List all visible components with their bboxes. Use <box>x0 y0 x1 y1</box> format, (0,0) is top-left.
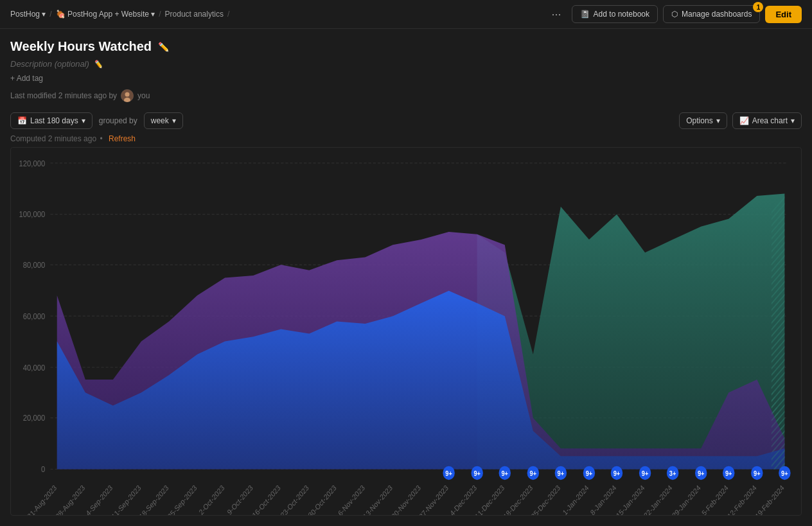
add-tag-button[interactable]: + Add tag <box>10 74 43 83</box>
title-edit-button[interactable]: ✏️ <box>157 40 170 53</box>
x-label-19: 1-Jan-2024 <box>561 484 590 515</box>
computed-text: Computed 2 minutes ago <box>10 134 96 143</box>
badge-group-20: 9+ <box>611 466 622 480</box>
date-range-button[interactable]: 📅 Last 180 days ▾ <box>10 112 93 129</box>
breadcrumb-posthog[interactable]: PostHog ▾ <box>10 10 46 19</box>
badge-group-25: 9+ <box>751 466 763 480</box>
badge-group-24: 9+ <box>723 466 734 480</box>
svg-text:9+: 9+ <box>473 470 481 478</box>
area-chart-icon: 📈 <box>739 116 749 125</box>
svg-point-1 <box>125 92 130 97</box>
svg-text:9+: 9+ <box>558 470 565 478</box>
x-label-9: 23-Oct-2023 <box>279 484 310 515</box>
badge-group-26: 9+ <box>779 466 790 480</box>
chart-container: 0 20,000 40,000 60,000 80,000 100,000 12… <box>10 147 802 516</box>
x-label-11: 6-Nov-2023 <box>337 484 366 515</box>
breadcrumb-sep-3: / <box>227 10 229 19</box>
manage-dashboards-button[interactable]: 1 ⬡ Manage dashboards <box>663 5 760 23</box>
x-label-24: 5-Feb-2024 <box>700 484 729 515</box>
add-to-notebook-button[interactable]: 📓 Add to notebook <box>572 5 658 23</box>
chevron-down-icon-4: ▾ <box>791 116 795 125</box>
svg-text:60,000: 60,000 <box>23 311 46 321</box>
svg-text:9+: 9+ <box>586 470 593 478</box>
badge-group-21: 9+ <box>639 466 651 480</box>
edit-button[interactable]: Edit <box>765 6 802 23</box>
x-label-8: 16-Oct-2023 <box>251 484 281 515</box>
last-modified: Last modified 2 minutes ago by you <box>10 89 802 102</box>
svg-text:40,000: 40,000 <box>23 363 46 373</box>
group-by-button[interactable]: week ▾ <box>144 112 183 129</box>
svg-text:120,000: 120,000 <box>19 159 46 168</box>
breadcrumb-app[interactable]: 🍖 PostHog App + Website ▾ <box>56 10 155 19</box>
add-to-notebook-label: Add to notebook <box>594 10 649 19</box>
header-actions: ··· 📓 Add to notebook 1 ⬡ Manage dashboa… <box>547 5 802 23</box>
chart-controls: 📅 Last 180 days ▾ grouped by week ▾ Opti… <box>10 112 802 129</box>
x-label-12: 13-Nov-2023 <box>362 484 394 515</box>
chevron-down-icon: ▾ <box>82 116 85 125</box>
svg-text:9+: 9+ <box>501 470 508 478</box>
svg-text:9+: 9+ <box>698 470 705 478</box>
svg-text:9+: 9+ <box>754 470 761 478</box>
computed-row: Computed 2 minutes ago • Refresh <box>10 134 802 143</box>
avatar <box>121 89 134 102</box>
three-dots-button[interactable]: ··· <box>547 6 567 22</box>
x-label-25: 12-Feb-2024 <box>726 484 757 515</box>
chevron-down-icon-2: ▾ <box>172 116 176 125</box>
x-label-15: 4-Dec-2023 <box>448 484 478 515</box>
svg-text:3+: 3+ <box>669 470 676 478</box>
refresh-button[interactable]: Refresh <box>109 134 136 143</box>
badge-group-16: 9+ <box>499 466 511 480</box>
dashboard-icon: ⬡ <box>671 10 678 19</box>
description-text: Description (optional) <box>10 59 89 69</box>
manage-badge: 1 <box>753 2 763 12</box>
x-label-20: 8-Jan-2024 <box>589 484 617 515</box>
description-edit-icon[interactable]: ✏️ <box>93 60 103 69</box>
notebook-icon: 📓 <box>580 10 590 19</box>
chart-svg: 0 20,000 40,000 60,000 80,000 100,000 12… <box>11 148 801 515</box>
group-by-value: week <box>151 116 169 125</box>
x-label-1: 28-Aug-2023 <box>54 484 86 515</box>
breadcrumb-analytics: Product analytics <box>165 10 224 19</box>
options-button[interactable]: Options ▾ <box>679 112 727 129</box>
svg-text:20,000: 20,000 <box>23 414 46 423</box>
x-label-3: 11-Sep-2023 <box>110 484 143 515</box>
date-range-label: Last 180 days <box>30 116 78 125</box>
svg-text:100,000: 100,000 <box>19 210 46 220</box>
badge-group-15: 9+ <box>471 466 482 480</box>
x-label-4: 18-Sep-2023 <box>138 484 170 515</box>
svg-text:9+: 9+ <box>781 470 788 478</box>
svg-text:80,000: 80,000 <box>23 260 46 270</box>
x-label-21: 15-Jan-2024 <box>615 484 646 515</box>
x-label-22: 22-Jan-2024 <box>642 484 674 515</box>
x-label-13: 20-Nov-2023 <box>390 484 422 515</box>
x-label-7: 9-Oct-2023 <box>225 484 254 515</box>
options-label: Options <box>686 116 712 125</box>
badge-group-18: 9+ <box>555 466 567 480</box>
x-label-0: 21-Aug-2023 <box>26 484 58 515</box>
add-tag-row: + Add tag <box>10 74 802 83</box>
breadcrumb: PostHog ▾ / 🍖 PostHog App + Website ▾ / … <box>10 10 229 19</box>
badge-group-19: 9+ <box>583 466 595 480</box>
breadcrumb-sep-1: / <box>49 10 51 19</box>
user-label: you <box>137 91 150 100</box>
manage-dashboards-label: Manage dashboards <box>682 10 752 19</box>
svg-text:9+: 9+ <box>530 470 537 478</box>
x-label-26: 19-Feb-2024 <box>754 484 785 515</box>
x-label-2: 4-Sep-2023 <box>84 484 114 515</box>
x-label-17: 18-Dec-2023 <box>502 484 534 515</box>
page-title: Weekly Hours Watched <box>10 39 152 54</box>
last-modified-text: Last modified 2 minutes ago by <box>10 91 117 100</box>
x-label-5: 25-Sep-2023 <box>166 484 199 515</box>
chart-controls-right: Options ▾ 📈 Area chart ▾ <box>679 112 802 129</box>
computed-dot: • <box>100 134 102 143</box>
svg-text:9+: 9+ <box>613 470 621 478</box>
badge-group-17: 9+ <box>527 466 539 480</box>
description-row: Description (optional) ✏️ <box>10 59 802 69</box>
chart-type-button[interactable]: 📈 Area chart ▾ <box>732 112 802 129</box>
badge-group-22: 3+ <box>667 466 678 480</box>
badge-group-23: 9+ <box>695 466 707 480</box>
x-label-18: 25-Dec-2023 <box>529 484 561 515</box>
grouped-by-label: grouped by <box>99 116 137 125</box>
main-content: Weekly Hours Watched ✏️ Description (opt… <box>0 29 812 526</box>
x-label-16: 11-Dec-2023 <box>473 484 506 515</box>
